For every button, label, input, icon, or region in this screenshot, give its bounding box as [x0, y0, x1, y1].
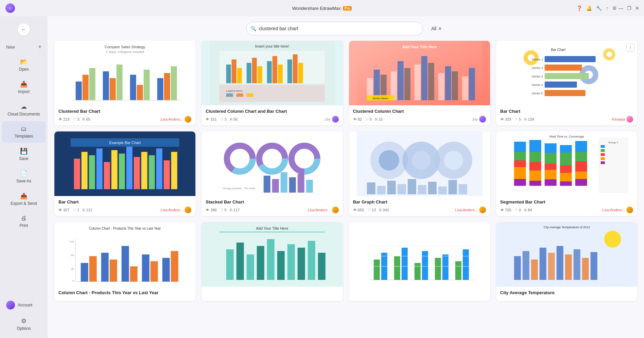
svg-rect-152	[575, 172, 587, 179]
copy-icon-3: ⎘	[375, 117, 378, 121]
card-title-10	[206, 290, 338, 296]
settings-icon[interactable]: ⚙	[612, 5, 617, 11]
sidebar-item-export[interactable]: 📤 Export & Send	[2, 188, 46, 210]
sidebar-back-button[interactable]: ←	[2, 19, 46, 40]
card-bar-chart-horz[interactable]: Bar Chart Series 1 Series 2 Series 3 Ser…	[496, 41, 637, 125]
sidebar-item-import[interactable]: 📥 Import	[2, 76, 46, 98]
svg-rect-125	[601, 149, 605, 152]
close-button[interactable]: ✕	[634, 5, 640, 11]
eye-icon-3: 👁	[353, 117, 357, 121]
svg-point-109	[444, 151, 463, 170]
card-info-7: Bar Graph Chart 👁650 ♡13 ⎘343 Lisa Ander…	[349, 196, 490, 216]
svg-rect-100	[298, 174, 304, 193]
card-meta-1: 👁219 ♡3 ⎘65 Lisa Anders...	[58, 116, 191, 123]
card-temp-chart[interactable]: City Average Temperature of 2013	[496, 222, 637, 301]
svg-rect-170	[162, 258, 170, 282]
share-icon[interactable]: ↑	[606, 5, 608, 11]
card-bar-graph[interactable]: Bar Graph Chart 👁650 ♡13 ⎘343 Lisa Ander…	[349, 131, 490, 216]
sidebar-item-print[interactable]: 🖨 Print	[2, 211, 46, 232]
eye-icon-5: 👁	[58, 208, 62, 212]
svg-rect-86	[156, 148, 162, 189]
author-5: Lisa Anders...	[161, 207, 192, 213]
likes-2: ♡3	[220, 117, 227, 122]
heart-icon-3: ♡	[365, 117, 369, 122]
sidebar-item-cloud[interactable]: ☁ Cloud Documents	[2, 99, 46, 121]
templates-label: Templates	[15, 134, 33, 139]
author-avatar-3	[479, 116, 486, 123]
sidebar-item-save[interactable]: 💾 Save	[2, 143, 46, 165]
svg-rect-70	[544, 90, 585, 96]
card-title-6: Stacked Bar Chart	[206, 199, 338, 204]
svg-rect-204	[522, 251, 529, 280]
card-info-11	[349, 287, 490, 301]
card-thumb-4: Bar Chart Series 1 Series 2 Series 3 Ser…	[496, 41, 637, 105]
sidebar-item-new[interactable]: New +	[2, 40, 46, 53]
svg-rect-5	[89, 68, 95, 100]
svg-rect-35	[247, 93, 254, 97]
app-title: Wondershare EdrawMax Pro	[292, 6, 352, 11]
svg-rect-165	[110, 260, 117, 282]
svg-rect-21	[237, 68, 242, 83]
card-meta-4: 👁329 ♡5 ⎘139 Kiraaaa	[500, 116, 633, 123]
svg-rect-207	[548, 253, 555, 280]
svg-rect-133	[514, 179, 526, 186]
user-avatar[interactable]: U	[5, 3, 15, 13]
help-icon[interactable]: ❓	[576, 5, 582, 11]
card-col-teal[interactable]: Add Your Title Here	[202, 222, 343, 301]
svg-rect-179	[267, 239, 275, 280]
card-info-12: City Average Temperature	[496, 287, 637, 300]
svg-rect-130	[514, 152, 526, 160]
card-col-green[interactable]	[349, 222, 490, 301]
minimize-button[interactable]: —	[618, 5, 624, 11]
svg-rect-30	[298, 63, 303, 83]
likes-3: ♡0	[365, 117, 372, 122]
card-clustered-col-bar[interactable]: Insert your title here!	[202, 41, 343, 125]
svg-rect-183	[308, 241, 315, 280]
scroll-top-button[interactable]: ↑	[626, 43, 634, 52]
search-input[interactable]	[246, 22, 423, 35]
views-2: 👁151	[206, 117, 216, 121]
heart-icon-8: ♡	[515, 208, 518, 212]
card-segmented-bar[interactable]: Real Time vs. Converage Group Y	[496, 131, 637, 216]
card-clustered-col[interactable]: Add Your Title Here	[349, 41, 490, 125]
author-avatar-2	[332, 116, 339, 123]
card-col-products[interactable]: Column Chart - Products This Year vs Las…	[54, 222, 195, 301]
search-icon: 🔍	[250, 26, 256, 31]
svg-rect-163	[89, 256, 97, 282]
sidebar-item-templates[interactable]: 🗂 Templates	[2, 121, 46, 143]
sidebar: ← New + 📂 Open 📥 Import ☁ Cloud Document…	[0, 16, 48, 338]
svg-rect-134	[529, 140, 541, 152]
svg-rect-168	[142, 254, 150, 282]
back-button[interactable]: ←	[18, 23, 30, 36]
sidebar-item-account[interactable]: Account	[2, 297, 46, 313]
svg-text:Series 5: Series 5	[532, 92, 543, 95]
card-stacked-bar[interactable]: Strongly Question - The media... Stacked…	[202, 131, 343, 216]
maximize-button[interactable]: ❐	[626, 5, 632, 11]
svg-rect-44	[414, 65, 420, 100]
copy-icon-7: ⎘	[379, 208, 382, 212]
svg-rect-98	[281, 172, 288, 193]
author-avatar-5	[185, 207, 191, 213]
sidebar-item-open[interactable]: 📂 Open	[2, 54, 46, 76]
copies-5: ⎘121	[83, 208, 92, 212]
card-bar-chart-colored[interactable]: Example Bar Chart	[54, 131, 195, 216]
svg-rect-75	[74, 159, 80, 189]
notification-icon[interactable]: 🔔	[586, 5, 592, 11]
cards-grid: Compare Sales Strategy 3 Years, 4 Region…	[54, 41, 637, 301]
sidebar-item-saveas[interactable]: 📄 Save As	[2, 166, 46, 188]
svg-rect-147	[560, 173, 572, 181]
svg-rect-131	[514, 160, 526, 167]
sidebar-item-options[interactable]: ⚙ Options	[2, 313, 46, 335]
card-clustered-bar-chart[interactable]: Compare Sales Strategy 3 Years, 4 Region…	[54, 41, 195, 125]
svg-rect-7	[110, 78, 116, 100]
svg-rect-169	[151, 261, 158, 282]
svg-rect-45	[421, 56, 427, 100]
svg-rect-178	[257, 246, 264, 280]
svg-rect-48	[445, 66, 451, 100]
svg-rect-64	[544, 65, 582, 71]
svg-rect-28	[288, 59, 292, 83]
tools-icon[interactable]: 🔧	[596, 5, 602, 11]
svg-rect-181	[288, 244, 295, 280]
card-title-12: City Average Temperature	[500, 290, 633, 295]
all-filter-button[interactable]: All ≡	[427, 24, 446, 33]
